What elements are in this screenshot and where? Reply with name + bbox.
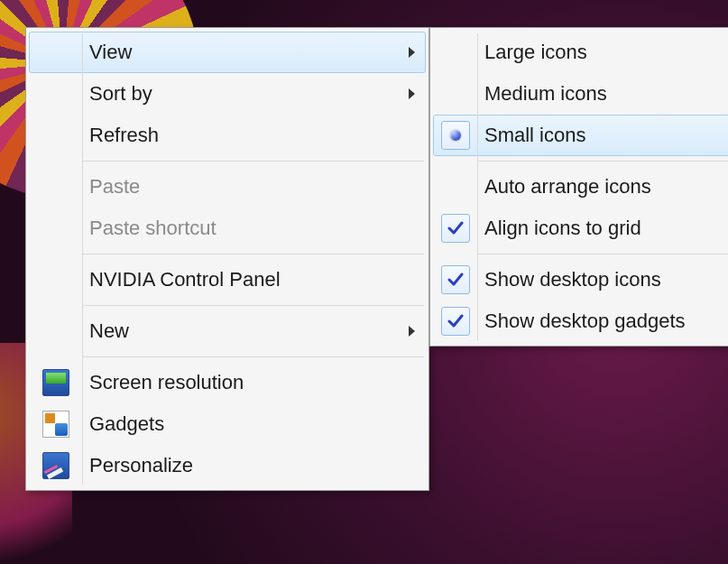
menu-item-paste-shortcut: Paste shortcut: [29, 208, 426, 249]
menu-separator: [83, 356, 424, 357]
menu-item-paste: Paste: [29, 166, 426, 208]
menu-item-label: Auto arrange icons: [477, 175, 728, 199]
menu-item-icon-slot: [30, 411, 82, 438]
menu-item-icon-slot: [434, 214, 477, 243]
menu-item-sort-by[interactable]: Sort by: [29, 73, 426, 115]
menu-item-nvidia-control-panel[interactable]: NVIDIA Control Panel: [29, 259, 426, 300]
menu-item-label: Small icons: [477, 124, 728, 147]
menu-item-label: Screen resolution: [82, 371, 400, 394]
submenu-arrow-icon: [400, 46, 425, 59]
menu-item-screen-resolution[interactable]: Screen resolution: [29, 362, 426, 403]
checkmark-icon: [441, 265, 470, 294]
submenu-arrow-icon: [400, 88, 425, 100]
menu-item-label: Medium icons: [477, 82, 728, 106]
desktop-context-menu: View Sort by Refresh Paste Paste short: [25, 27, 429, 491]
menu-item-medium-icons[interactable]: Medium icons: [433, 73, 728, 115]
menu-separator: [478, 254, 728, 254]
menu-item-show-desktop-gadgets[interactable]: Show desktop gadgets: [433, 300, 728, 342]
menu-item-label: New: [82, 319, 400, 343]
menu-item-label: Paste: [82, 175, 400, 199]
menu-item-label: Paste shortcut: [82, 217, 400, 240]
personalize-icon: [42, 452, 69, 479]
gadgets-icon: [42, 411, 69, 438]
menu-item-label: NVIDIA Control Panel: [82, 268, 400, 291]
menu-item-personalize[interactable]: Personalize: [29, 445, 426, 486]
menu-item-label: Sort by: [82, 82, 400, 106]
menu-item-label: Show desktop gadgets: [477, 310, 728, 333]
menu-item-icon-slot: [434, 307, 477, 336]
screen-resolution-icon: [42, 369, 69, 396]
menu-item-new[interactable]: New: [29, 310, 426, 352]
menu-item-label: Gadgets: [82, 412, 400, 436]
menu-item-label: Personalize: [82, 454, 400, 477]
view-submenu: Large icons Medium icons Small icons Aut…: [429, 27, 728, 347]
menu-item-label: Align icons to grid: [477, 217, 728, 240]
checkmark-icon: [441, 307, 470, 336]
menu-item-auto-arrange-icons[interactable]: Auto arrange icons: [433, 166, 728, 208]
submenu-arrow-icon: [400, 325, 425, 337]
radio-selected-icon: [441, 121, 470, 150]
menu-item-label: Show desktop icons: [477, 268, 728, 291]
menu-item-small-icons[interactable]: Small icons: [433, 115, 728, 156]
menu-item-show-desktop-icons[interactable]: Show desktop icons: [433, 259, 728, 300]
menu-item-gadgets[interactable]: Gadgets: [29, 403, 426, 445]
menu-item-icon-slot: [434, 121, 477, 150]
menu-item-view[interactable]: View: [29, 32, 426, 73]
menu-item-label: View: [82, 41, 400, 64]
menu-separator: [83, 254, 424, 254]
menu-separator: [83, 305, 424, 306]
menu-item-icon-slot: [30, 452, 82, 479]
menu-item-large-icons[interactable]: Large icons: [433, 32, 728, 73]
menu-item-label: Refresh: [82, 124, 400, 147]
menu-separator: [83, 161, 424, 162]
menu-item-align-icons-to-grid[interactable]: Align icons to grid: [433, 208, 728, 249]
desktop-background[interactable]: View Sort by Refresh Paste Paste short: [0, 0, 728, 564]
menu-item-icon-slot: [30, 369, 82, 396]
checkmark-icon: [441, 214, 470, 243]
menu-item-icon-slot: [434, 265, 477, 294]
menu-item-label: Large icons: [477, 41, 728, 64]
menu-item-refresh[interactable]: Refresh: [29, 115, 426, 156]
menu-separator: [478, 161, 728, 162]
